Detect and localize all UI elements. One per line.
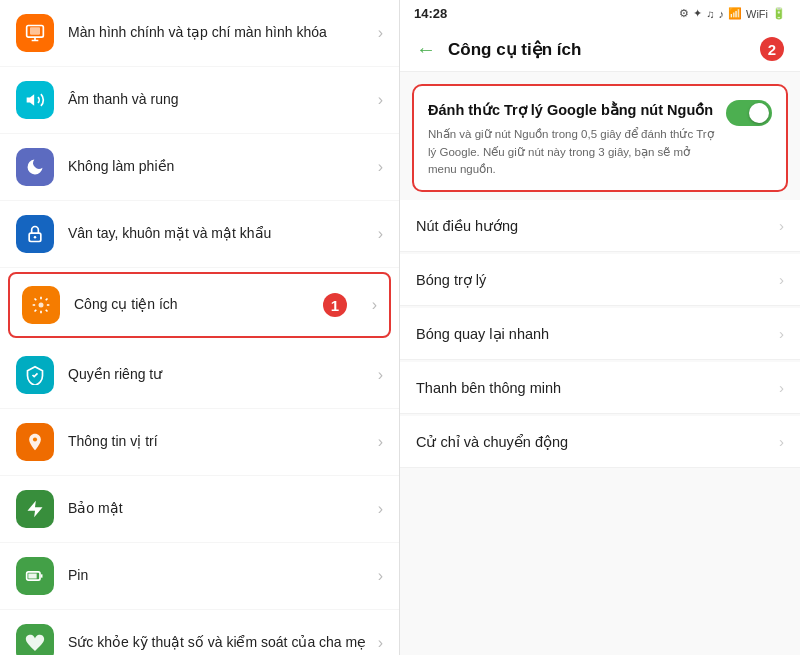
wifi-icon: WiFi	[746, 8, 768, 20]
location-chevron: ›	[378, 433, 383, 451]
google-assistant-toggle[interactable]	[726, 100, 772, 126]
tiktok-status-icon: ♪	[719, 8, 725, 20]
security-icon	[16, 490, 54, 528]
quick-ball-label: Bóng quay lại nhanh	[416, 326, 779, 342]
music-status-icon: ♫	[706, 8, 714, 20]
biometrics-icon	[16, 215, 54, 253]
menu-item-privacy[interactable]: Quyền riêng tư ›	[0, 342, 399, 409]
tools-chevron: ›	[372, 296, 377, 314]
featured-card: Đánh thức Trợ lý Google bằng nút Nguồn N…	[412, 84, 788, 192]
right-menu-nav-button[interactable]: Nút điều hướng ›	[400, 200, 800, 252]
biometrics-label: Vân tay, khuôn mặt và mật khẩu	[68, 224, 378, 244]
menu-item-tools[interactable]: Công cụ tiện ích 1 ›	[8, 272, 391, 338]
nav-button-chevron: ›	[779, 217, 784, 234]
tools-icon	[22, 286, 60, 324]
svg-rect-1	[30, 27, 40, 35]
dnd-chevron: ›	[378, 158, 383, 176]
right-menu-assistant-ball[interactable]: Bóng trợ lý ›	[400, 254, 800, 306]
battery-icon	[16, 557, 54, 595]
privacy-chevron: ›	[378, 366, 383, 384]
svg-point-5	[33, 437, 37, 441]
nav-button-label: Nút điều hướng	[416, 218, 779, 234]
status-icons: ⚙ ✦ ♫ ♪ 📶 WiFi 🔋	[679, 7, 786, 20]
featured-card-desc: Nhấn và giữ nút Nguồn trong 0,5 giây để …	[428, 126, 714, 178]
right-menu-smart-sidebar[interactable]: Thanh bên thông minh ›	[400, 362, 800, 414]
svg-point-3	[34, 236, 37, 239]
assistant-ball-chevron: ›	[779, 271, 784, 288]
left-panel: Màn hình chính và tạp chí màn hình khóa …	[0, 0, 400, 655]
menu-item-battery[interactable]: Pin ›	[0, 543, 399, 610]
quick-ball-chevron: ›	[779, 325, 784, 342]
tools-badge: 1	[323, 293, 347, 317]
screen-label: Màn hình chính và tạp chí màn hình khóa	[68, 23, 378, 43]
privacy-label: Quyền riêng tư	[68, 365, 378, 385]
step-badge-2: 2	[760, 37, 784, 61]
assistant-ball-label: Bóng trợ lý	[416, 272, 779, 288]
location-label: Thông tin vị trí	[68, 432, 378, 452]
featured-card-content: Đánh thức Trợ lý Google bằng nút Nguồn N…	[428, 100, 714, 178]
menu-item-screen[interactable]: Màn hình chính và tạp chí màn hình khóa …	[0, 0, 399, 67]
battery-label: Pin	[68, 566, 378, 586]
right-panel: 14:28 ⚙ ✦ ♫ ♪ 📶 WiFi 🔋 ← Công cụ tiện íc…	[400, 0, 800, 655]
security-label: Bảo mật	[68, 499, 378, 519]
biometrics-chevron: ›	[378, 225, 383, 243]
screen-icon	[16, 14, 54, 52]
privacy-icon	[16, 356, 54, 394]
health-label: Sức khỏe kỹ thuật số và kiểm soát của ch…	[68, 633, 378, 653]
right-menu-gestures[interactable]: Cử chỉ và chuyển động ›	[400, 416, 800, 468]
location-icon	[16, 423, 54, 461]
menu-item-health[interactable]: Sức khỏe kỹ thuật số và kiểm soát của ch…	[0, 610, 399, 655]
status-time: 14:28	[414, 6, 447, 21]
smart-sidebar-chevron: ›	[779, 379, 784, 396]
menu-item-security[interactable]: Bảo mật ›	[0, 476, 399, 543]
screen-chevron: ›	[378, 24, 383, 42]
gear-status-icon: ⚙	[679, 7, 689, 20]
status-bar: 14:28 ⚙ ✦ ♫ ♪ 📶 WiFi 🔋	[400, 0, 800, 27]
signal-icon: 📶	[728, 7, 742, 20]
dnd-icon	[16, 148, 54, 186]
sound-chevron: ›	[378, 91, 383, 109]
battery-status-icon: 🔋	[772, 7, 786, 20]
sound-icon	[16, 81, 54, 119]
menu-item-dnd[interactable]: Không làm phiền ›	[0, 134, 399, 201]
featured-card-title: Đánh thức Trợ lý Google bằng nút Nguồn	[428, 100, 714, 120]
right-menu-quick-ball[interactable]: Bóng quay lại nhanh ›	[400, 308, 800, 360]
gestures-label: Cử chỉ và chuyển động	[416, 434, 779, 450]
dnd-label: Không làm phiền	[68, 157, 378, 177]
security-chevron: ›	[378, 500, 383, 518]
top-bar: ← Công cụ tiện ích 2	[400, 27, 800, 72]
menu-item-location[interactable]: Thông tin vị trí ›	[0, 409, 399, 476]
sound-label: Âm thanh và rung	[68, 90, 378, 110]
health-chevron: ›	[378, 634, 383, 652]
menu-item-sound[interactable]: Âm thanh và rung ›	[0, 67, 399, 134]
health-icon	[16, 624, 54, 655]
star-status-icon: ✦	[693, 7, 702, 20]
gestures-chevron: ›	[779, 433, 784, 450]
svg-point-4	[39, 303, 44, 308]
svg-rect-7	[28, 574, 36, 579]
battery-chevron: ›	[378, 567, 383, 585]
page-title: Công cụ tiện ích	[448, 39, 760, 60]
back-button[interactable]: ←	[416, 38, 436, 61]
smart-sidebar-label: Thanh bên thông minh	[416, 380, 779, 396]
menu-item-biometrics[interactable]: Vân tay, khuôn mặt và mật khẩu ›	[0, 201, 399, 268]
